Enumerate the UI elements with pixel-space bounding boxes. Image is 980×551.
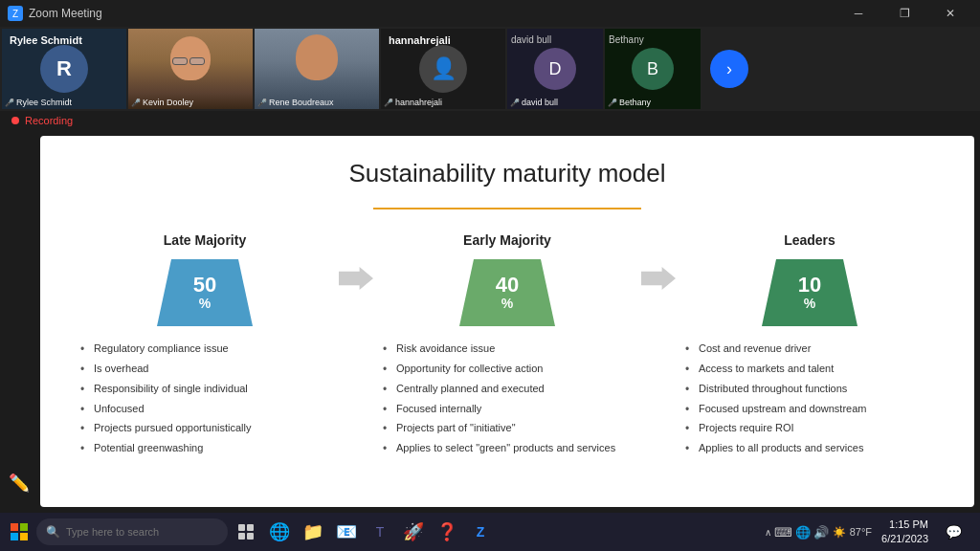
taskbar: 🔍 🌐 📁 📧 T 🚀 ❓ Z ∧ xyxy=(0,513,980,551)
list-item: Applies to select "green" products and s… xyxy=(383,441,632,455)
tray-clock[interactable]: 1:15 PM 6/21/2023 xyxy=(876,518,934,547)
participant-tile-david[interactable]: david bull D 🎤 david bull xyxy=(507,29,603,109)
app-title: Zoom Meeting xyxy=(29,7,102,20)
svg-rect-7 xyxy=(247,533,254,540)
tray-icons: ∧ ⌨ 🌐 🔊 xyxy=(765,525,829,540)
left-sidebar: ✏️ xyxy=(0,130,38,513)
notification-button[interactable]: 💬 xyxy=(938,517,969,547)
list-item: Focused internally xyxy=(383,402,632,416)
app-icon: Z xyxy=(8,6,23,21)
late-majority-pct-sign: % xyxy=(199,296,211,311)
close-button[interactable]: ✕ xyxy=(928,0,972,27)
chevron-up-icon[interactable]: ∧ xyxy=(765,527,771,538)
glass-lens-left xyxy=(172,57,188,65)
search-input[interactable] xyxy=(66,526,200,538)
mic-icon-rylee: 🎤 xyxy=(5,99,14,107)
rylee-label-top: Rylee Schmidt xyxy=(10,34,82,46)
task-view-button[interactable] xyxy=(230,516,262,548)
outlook-button[interactable]: 📧 xyxy=(330,516,363,548)
mic-icon-rene: 🎤 xyxy=(257,99,267,107)
orange-divider xyxy=(373,208,641,209)
early-majority-pct-sign: % xyxy=(501,296,513,311)
late-majority-trapezoid-container: 50 % xyxy=(80,259,329,326)
recording-label: Recording xyxy=(25,115,73,126)
early-majority-bullets: Risk avoidance issue Opportunity for col… xyxy=(383,342,632,455)
minimize-button[interactable]: ─ xyxy=(836,0,880,27)
mic-icon-david: 🎤 xyxy=(510,99,520,107)
leaders-pct-sign: % xyxy=(804,296,815,311)
hannah-label-top: hannahrejali xyxy=(389,34,451,46)
file-explorer-button[interactable]: 📁 xyxy=(297,516,329,548)
zoom-window: Rylee Schmidt R 🎤 Rylee Schmidt 🎤 Kevin … xyxy=(0,27,980,551)
mic-icon-bethany: 🎤 xyxy=(608,99,617,107)
svg-rect-0 xyxy=(11,523,18,531)
svg-rect-6 xyxy=(238,533,245,540)
early-majority-percent: 40 xyxy=(496,275,519,296)
windows-icon xyxy=(11,523,28,540)
leaders-column: Leaders 10 % Cost and revenue driver Acc… xyxy=(676,232,944,461)
hannah-avatar: 👤 xyxy=(419,45,467,93)
late-majority-percent: 50 xyxy=(193,275,216,296)
list-item: Cost and revenue driver xyxy=(685,342,934,356)
list-item: Regulatory compliance issue xyxy=(80,342,329,356)
list-item: Projects pursued opportunistically xyxy=(80,421,329,435)
pencil-icon[interactable]: ✏️ xyxy=(9,473,30,494)
late-majority-heading: Late Majority xyxy=(80,232,329,248)
list-item: Applies to all products and services xyxy=(685,441,934,455)
list-item: Potential greenwashing xyxy=(80,441,329,455)
participant-tile-rylee[interactable]: Rylee Schmidt R 🎤 Rylee Schmidt xyxy=(2,29,126,109)
participant-tile-hannah[interactable]: hannahrejali 👤 🎤 hannahrejali xyxy=(381,29,505,109)
task-view-icon xyxy=(237,523,255,540)
arrow-shape-1 xyxy=(339,267,373,290)
svg-rect-1 xyxy=(20,523,28,531)
list-item: Centrally planned and executed xyxy=(383,382,632,396)
leaders-heading: Leaders xyxy=(685,232,934,248)
glass-lens-right xyxy=(189,57,205,65)
early-majority-heading: Early Majority xyxy=(383,232,632,248)
arrow-separator-1 xyxy=(339,232,373,461)
david-avatar: D xyxy=(534,48,576,90)
nasa-button[interactable]: 🚀 xyxy=(397,516,430,548)
leaders-percent: 10 xyxy=(798,275,821,296)
participant-tile-bethany[interactable]: Bethany B 🎤 Bethany xyxy=(605,29,701,109)
tray-date-value: 6/21/2023 xyxy=(881,532,928,546)
speaker-icon[interactable]: 🔊 xyxy=(813,525,829,540)
list-item: Opportunity for collective action xyxy=(383,362,632,376)
list-item: Risk avoidance issue xyxy=(383,342,632,356)
help-button[interactable]: ❓ xyxy=(431,516,463,548)
main-content: ✏️ Sustainability maturity model Late Ma… xyxy=(0,130,980,513)
leaders-trapezoid-container: 10 % xyxy=(685,259,934,326)
edge-icon-button[interactable]: 🌐 xyxy=(263,516,296,548)
keyboard-icon[interactable]: ⌨ xyxy=(774,525,792,540)
early-majority-column: Early Majority 40 % Risk avoidance issue… xyxy=(373,232,641,461)
rene-name: 🎤 Rene Boudreaux xyxy=(257,98,334,107)
window-controls: ─ ❐ ✕ xyxy=(836,0,972,27)
arrow-separator-2 xyxy=(641,232,676,461)
kevin-head xyxy=(170,36,211,80)
weather-temp: 87°F xyxy=(850,526,872,538)
system-tray: ∧ ⌨ 🌐 🔊 ☀️ 87°F 1:15 PM 6/21/2023 💬 xyxy=(757,517,976,547)
participant-tile-rene[interactable]: 🎤 Rene Boudreaux xyxy=(255,29,379,109)
start-button[interactable] xyxy=(4,517,34,547)
maximize-button[interactable]: ❐ xyxy=(882,0,926,27)
teams-button[interactable]: T xyxy=(364,516,396,548)
list-item: Responsibility of single individual xyxy=(80,382,329,396)
weather-info[interactable]: ☀️ 87°F xyxy=(833,526,872,539)
bethany-label-top: Bethany xyxy=(609,34,644,45)
rylee-name-bottom: 🎤 Rylee Schmidt xyxy=(5,98,72,107)
svg-rect-4 xyxy=(238,524,245,531)
late-majority-trapezoid: 50 % xyxy=(157,259,253,326)
columns-container: Late Majority 50 % Regulatory compliance… xyxy=(71,232,944,461)
early-majority-trapezoid-container: 40 % xyxy=(383,259,632,326)
leaders-trapezoid: 10 % xyxy=(762,259,858,326)
network-icon[interactable]: 🌐 xyxy=(795,525,811,540)
taskbar-search-bar[interactable]: 🔍 xyxy=(36,518,228,545)
svg-rect-3 xyxy=(20,533,28,540)
list-item: Access to markets and talent xyxy=(685,362,934,376)
participant-tile-kevin[interactable]: 🎤 Kevin Dooley xyxy=(128,29,253,109)
next-participants-button[interactable]: › xyxy=(710,50,748,88)
kevin-glasses xyxy=(172,57,209,65)
mic-icon-hannah: 🎤 xyxy=(384,99,393,107)
weather-icon: ☀️ xyxy=(833,526,846,539)
zoom-tb-button[interactable]: Z xyxy=(464,516,497,548)
